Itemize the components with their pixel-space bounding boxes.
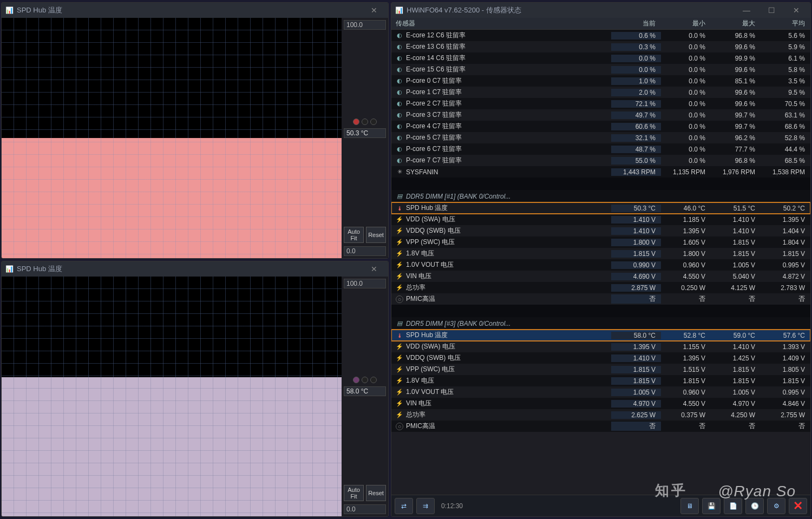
sensor-row[interactable]: ⚡VIN 电压 4.690 V 4.550 V 5.040 V 4.872 V bbox=[391, 271, 810, 282]
sensor-row[interactable]: ○PMIC高温 否 否 否 否 bbox=[391, 421, 810, 432]
close-toolbar-button[interactable]: ✕ bbox=[789, 498, 807, 514]
graph-canvas[interactable] bbox=[2, 18, 342, 258]
sensor-row[interactable]: ⚡1.0V VOUT 电压 1.005 V 0.960 V 1.005 V 0.… bbox=[391, 386, 810, 398]
sensor-row[interactable]: ◐P-core 1 C7 驻留率 2.0 % 0.0 % 99.6 % 9.5 … bbox=[391, 87, 810, 98]
autofit-button[interactable]: Auto Fit bbox=[344, 485, 364, 501]
sensor-row[interactable]: ⚡总功率 2.625 W 0.375 W 4.250 W 2.755 W bbox=[391, 409, 810, 421]
save-button[interactable]: 💾 bbox=[702, 498, 721, 514]
legend-dot-icon[interactable] bbox=[362, 119, 368, 125]
sensor-rows[interactable]: ◐E-core 12 C6 驻留率 0.6 % 0.0 % 96.8 % 5.6… bbox=[391, 30, 810, 495]
sensor-name: 1.8V 电压 bbox=[406, 376, 434, 385]
val-avg: 63.1 % bbox=[761, 111, 810, 119]
sensor-row[interactable]: ✳SYSFANIN 1,443 RPM 1,135 RPM 1,976 RPM … bbox=[391, 166, 810, 178]
val-avg: 6.1 % bbox=[761, 55, 810, 62]
val-max: 96.8 % bbox=[711, 157, 761, 165]
titlebar[interactable]: 📊 SPD Hub 温度 ✕ bbox=[2, 3, 388, 18]
titlebar[interactable]: 📊 HWiNFO64 v7.62-5200 - 传感器状态 — ☐ ✕ bbox=[391, 3, 810, 18]
val-max: 51.5 °C bbox=[711, 205, 761, 212]
graph-canvas[interactable] bbox=[2, 277, 342, 517]
screens-button[interactable]: 🖥 bbox=[680, 498, 699, 514]
current-value: 58.0 °C bbox=[344, 386, 386, 396]
col-current[interactable]: 当前 bbox=[611, 19, 661, 28]
sensor-row[interactable]: ⚡总功率 2.875 W 0.250 W 4.125 W 2.783 W bbox=[391, 282, 810, 293]
sensor-row[interactable]: ◐E-core 12 C6 驻留率 0.6 % 0.0 % 96.8 % 5.6… bbox=[391, 30, 810, 41]
sensor-row[interactable]: ◐P-core 3 C7 驻留率 49.7 % 0.0 % 99.7 % 63.… bbox=[391, 109, 810, 121]
val-max: 4.250 W bbox=[711, 411, 761, 419]
log-button[interactable]: 📄 bbox=[724, 498, 742, 514]
ram-icon: ▤ bbox=[396, 193, 403, 200]
val-current: 1.410 V bbox=[611, 227, 661, 235]
val-avg: 50.2 °C bbox=[761, 205, 810, 212]
legend-dot-icon[interactable] bbox=[370, 377, 377, 383]
sensor-row[interactable]: ⚡1.8V 电压 1.815 V 1.815 V 1.815 V 1.815 V bbox=[391, 375, 810, 386]
chip-icon: ◐ bbox=[396, 89, 403, 96]
sensor-row[interactable]: ○PMIC高温 否 否 否 否 bbox=[391, 293, 810, 305]
col-avg[interactable]: 平均 bbox=[761, 19, 810, 28]
val-current: 55.0 % bbox=[611, 157, 661, 165]
col-max[interactable]: 最大 bbox=[711, 19, 761, 28]
section-row[interactable]: ▤DDR5 DIMM [#1] (BANK 0/Control... bbox=[391, 190, 810, 202]
sensor-row[interactable]: ◐P-core 2 C7 驻留率 72.1 % 0.0 % 99.6 % 70.… bbox=[391, 98, 810, 109]
sensor-row[interactable]: ◐P-core 7 C7 驻留率 55.0 % 0.0 % 96.8 % 68.… bbox=[391, 155, 810, 166]
val-current: 58.0 °C bbox=[611, 332, 661, 339]
sensor-name: P-core 0 C7 驻留率 bbox=[406, 76, 462, 86]
sensor-row[interactable]: ⚡VPP (SWC) 电压 1.815 V 1.515 V 1.815 V 1.… bbox=[391, 364, 810, 375]
section-row[interactable]: ▤DDR5 DIMM [#3] (BANK 0/Control... bbox=[391, 317, 810, 330]
close-button[interactable]: ✕ bbox=[363, 265, 385, 273]
sensor-row[interactable]: ⚡VDD (SWA) 电压 1.395 V 1.155 V 1.410 V 1.… bbox=[391, 341, 810, 352]
val-max: 1.815 V bbox=[711, 250, 761, 258]
titlebar[interactable]: 📊 SPD Hub 温度 ✕ bbox=[2, 261, 388, 277]
table-header[interactable]: 传感器 当前 最小 最大 平均 bbox=[391, 18, 810, 30]
col-sensor[interactable]: 传感器 bbox=[391, 19, 611, 28]
collapse-button[interactable]: ⇉ bbox=[416, 498, 435, 514]
sensor-row[interactable]: ◐E-core 13 C6 驻留率 0.3 % 0.0 % 99.6 % 5.9… bbox=[391, 41, 810, 52]
sensor-row[interactable]: ⚡1.0V VOUT 电压 0.990 V 0.960 V 1.005 V 0.… bbox=[391, 259, 810, 271]
clock-button[interactable]: 🕒 bbox=[745, 498, 764, 514]
close-button[interactable]: ✕ bbox=[785, 6, 807, 15]
reset-button[interactable]: Reset bbox=[366, 227, 386, 243]
sensor-row[interactable]: ◐E-core 15 C6 驻留率 0.0 % 0.0 % 99.6 % 5.8… bbox=[391, 64, 810, 75]
sensor-row[interactable]: ⚡VDD (SWA) 电压 1.410 V 1.185 V 1.410 V 1.… bbox=[391, 214, 810, 225]
sensor-name: 总功率 bbox=[406, 283, 425, 292]
reset-button[interactable]: Reset bbox=[366, 485, 386, 501]
legend-dot-active-icon[interactable] bbox=[353, 119, 359, 125]
settings-button[interactable]: ⚙ bbox=[767, 498, 785, 514]
col-min[interactable]: 最小 bbox=[661, 19, 711, 28]
sensor-row[interactable]: 🌡SPD Hub 温度 58.0 °C 52.8 °C 59.0 °C 57.6… bbox=[391, 330, 810, 341]
val-current: 2.0 % bbox=[611, 89, 661, 96]
sensor-row[interactable]: ◐P-core 5 C7 驻留率 32.1 % 0.0 % 96.2 % 52.… bbox=[391, 132, 810, 143]
val-min: 0.0 % bbox=[661, 111, 711, 119]
maximize-button[interactable]: ☐ bbox=[761, 6, 782, 15]
legend-dot-active-icon[interactable] bbox=[353, 377, 359, 383]
val-max: 否 bbox=[711, 294, 761, 304]
sensor-row[interactable]: ⚡VPP (SWC) 电压 1.800 V 1.605 V 1.815 V 1.… bbox=[391, 236, 810, 248]
legend-dot-icon[interactable] bbox=[362, 377, 368, 383]
val-avg: 9.5 % bbox=[761, 89, 810, 96]
expand-button[interactable]: ⇄ bbox=[395, 498, 413, 514]
val-avg: 1.815 V bbox=[761, 377, 810, 385]
sensor-row[interactable]: ⚡VDDQ (SWB) 电压 1.410 V 1.395 V 1.410 V 1… bbox=[391, 225, 810, 236]
sensor-row[interactable]: ◐E-core 14 C6 驻留率 0.0 % 0.0 % 99.9 % 6.1… bbox=[391, 52, 810, 64]
minimize-button[interactable]: — bbox=[736, 6, 757, 15]
chip-icon: ◐ bbox=[396, 157, 403, 165]
sensor-row[interactable]: ◐P-core 6 C7 驻留率 48.7 % 0.0 % 77.7 % 44.… bbox=[391, 143, 810, 155]
sensor-row[interactable]: ◐P-core 4 C7 驻留率 60.6 % 0.0 % 99.7 % 68.… bbox=[391, 121, 810, 132]
sensor-row[interactable]: ⚡VIN 电压 4.970 V 4.550 V 4.970 V 4.846 V bbox=[391, 398, 810, 409]
scale-min: 0.0 bbox=[344, 246, 386, 256]
sensor-row[interactable]: ⚡1.8V 电压 1.815 V 1.800 V 1.815 V 1.815 V bbox=[391, 248, 810, 259]
val-avg: 4.846 V bbox=[761, 400, 810, 408]
val-min: 0.0 % bbox=[661, 32, 711, 40]
val-current: 0.990 V bbox=[611, 261, 661, 269]
autofit-button[interactable]: Auto Fit bbox=[344, 227, 364, 243]
val-current: 1.0 % bbox=[611, 77, 661, 85]
legend-dot-icon[interactable] bbox=[370, 119, 377, 125]
current-value: 50.3 °C bbox=[344, 128, 386, 138]
window-title: SPD Hub 温度 bbox=[17, 264, 360, 274]
sensor-row[interactable]: ◐P-core 0 C7 驻留率 1.0 % 0.0 % 85.1 % 3.5 … bbox=[391, 75, 810, 87]
sensor-row[interactable]: ⚡VDDQ (SWB) 电压 1.410 V 1.395 V 1.425 V 1… bbox=[391, 352, 810, 364]
sensor-name: 1.0V VOUT 电压 bbox=[406, 260, 454, 270]
sensor-row[interactable]: 🌡SPD Hub 温度 50.3 °C 46.0 °C 51.5 °C 50.2… bbox=[391, 202, 810, 214]
app-icon: 📊 bbox=[5, 265, 14, 273]
close-button[interactable]: ✕ bbox=[363, 6, 385, 15]
val-min: 0.0 % bbox=[661, 123, 711, 130]
